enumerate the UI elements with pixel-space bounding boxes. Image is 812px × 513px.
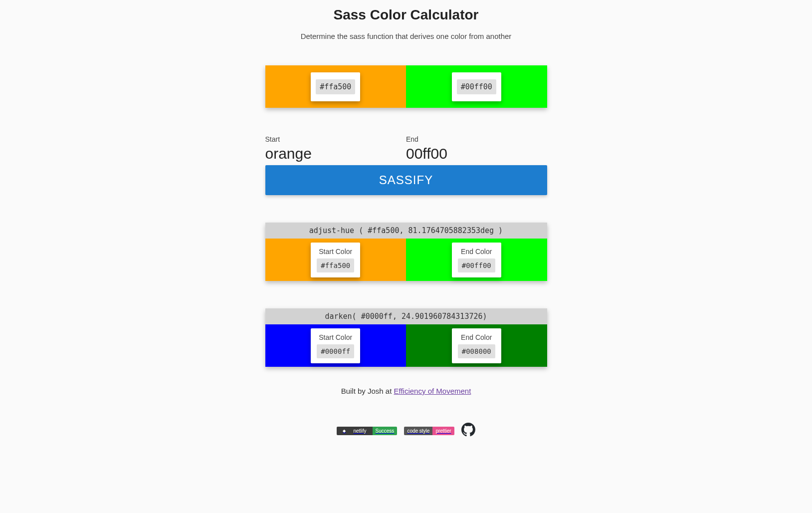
- start-swatch: #ffa500: [265, 65, 406, 108]
- start-hex: #ffa500: [316, 79, 355, 94]
- result-end-swatch: End Color #008000: [406, 324, 547, 367]
- github-icon: [461, 423, 475, 437]
- result-end-label: End Color: [458, 248, 495, 256]
- start-input[interactable]: [265, 144, 406, 165]
- start-label: Start: [265, 135, 406, 143]
- end-hex: #00ff00: [457, 79, 496, 94]
- result-block: adjust-hue ( #ffa500, 81.1764705882353de…: [265, 223, 547, 281]
- result-start-card: Start Color #0000ff: [311, 328, 360, 363]
- end-swatch: #00ff00: [406, 65, 547, 108]
- footer-prefix: Built by Josh at: [341, 387, 394, 395]
- result-end-card: End Color #00ff00: [452, 243, 501, 277]
- page-title: Sass Color Calculator: [0, 0, 812, 23]
- netlify-diamond-icon: ◆: [340, 429, 349, 433]
- page-subtitle: Determine the sass function that derives…: [0, 32, 812, 40]
- result-start-swatch: Start Color #ffa500: [265, 239, 406, 281]
- netlify-badge[interactable]: ◆netlify Success: [337, 427, 397, 435]
- result-function: adjust-hue ( #ffa500, 81.1764705882353de…: [265, 223, 547, 239]
- prettier-badge[interactable]: code style prettier: [404, 427, 454, 435]
- result-start-hex: #ffa500: [317, 258, 354, 272]
- result-block: darken( #0000ff, 24.901960784313726) Sta…: [265, 308, 547, 367]
- result-start-label: Start Color: [317, 248, 354, 256]
- result-end-card: End Color #008000: [452, 328, 501, 363]
- result-end-label: End Color: [458, 333, 495, 341]
- github-link[interactable]: [461, 423, 475, 439]
- start-hex-card: #ffa500: [311, 72, 360, 101]
- inputs-row: Start End: [265, 135, 547, 165]
- result-start-card: Start Color #ffa500: [311, 243, 360, 277]
- end-hex-card: #00ff00: [452, 72, 501, 101]
- result-function: darken( #0000ff, 24.901960784313726): [265, 308, 547, 324]
- result-start-swatch: Start Color #0000ff: [265, 324, 406, 367]
- end-label: End: [406, 135, 547, 143]
- top-color-row: #ffa500 #00ff00: [265, 65, 547, 108]
- result-end-swatch: End Color #00ff00: [406, 239, 547, 281]
- result-start-label: Start Color: [317, 333, 354, 341]
- result-end-hex: #00ff00: [458, 258, 495, 272]
- footer: Built by Josh at Efficiency of Movement: [265, 387, 547, 395]
- footer-link[interactable]: Efficiency of Movement: [394, 387, 471, 395]
- result-end-hex: #008000: [458, 344, 495, 358]
- badges-row: ◆netlify Success code style prettier: [265, 423, 547, 439]
- result-start-hex: #0000ff: [317, 344, 354, 358]
- end-input[interactable]: [406, 144, 547, 165]
- sassify-button[interactable]: SASSIFY: [265, 165, 547, 195]
